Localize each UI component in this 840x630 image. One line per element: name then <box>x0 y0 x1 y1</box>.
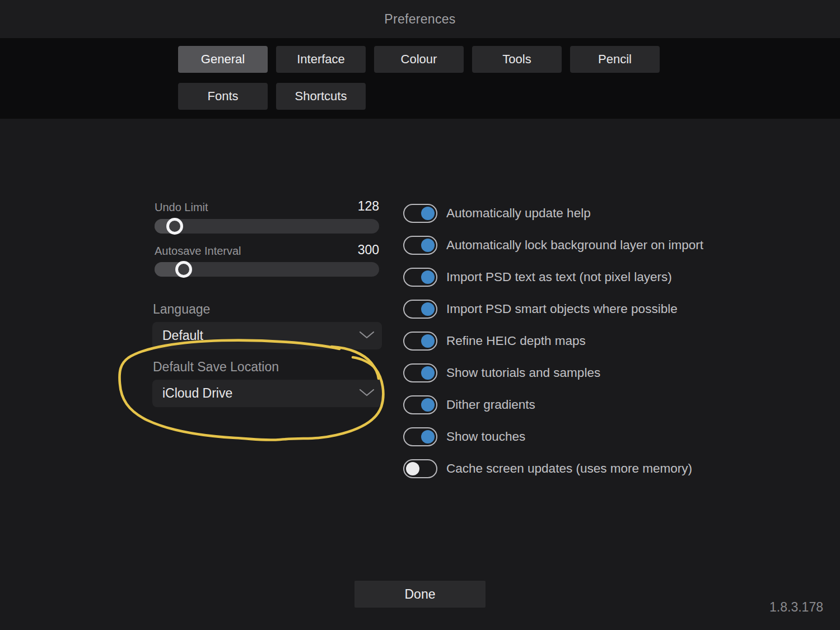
chevron-down-icon <box>358 387 375 400</box>
toggle-knob <box>406 462 419 475</box>
tab-interface[interactable]: Interface <box>276 46 366 73</box>
tab-bar: General Interface Colour Tools Pencil Fo… <box>0 38 840 119</box>
toggle-psd-text[interactable] <box>403 268 437 287</box>
toggle-knob <box>421 239 435 252</box>
language-label: Language <box>153 302 210 317</box>
undo-limit-value: 128 <box>155 199 379 214</box>
slider-knob[interactable] <box>166 218 183 235</box>
toggle-row-psd-text: Import PSD text as text (not pixel layer… <box>403 261 703 293</box>
toggle-tutorials[interactable] <box>403 363 437 382</box>
toggle-row-psd-smart-objects: Import PSD smart objects where possible <box>403 293 703 325</box>
toggle-row-lock-background: Automatically lock background layer on i… <box>403 229 703 261</box>
toggle-label: Cache screen updates (uses more memory) <box>446 461 692 476</box>
default-save-location-label: Default Save Location <box>153 360 279 375</box>
tab-colour[interactable]: Colour <box>374 46 464 73</box>
version-text: 1.8.3.178 <box>769 600 823 615</box>
tab-group: General Interface Colour Tools Pencil Fo… <box>178 46 661 110</box>
toggle-show-touches[interactable] <box>403 427 437 446</box>
toggle-row-auto-update-help: Automatically update help <box>403 197 703 229</box>
done-button[interactable]: Done <box>354 581 486 608</box>
toggle-auto-update-help[interactable] <box>403 204 437 223</box>
page-title: Preferences <box>384 12 455 27</box>
default-save-location-value: iCloud Drive <box>162 386 232 401</box>
undo-limit-slider[interactable] <box>155 219 379 234</box>
tab-general[interactable]: General <box>178 46 268 73</box>
toggle-lock-background[interactable] <box>403 236 437 255</box>
toggle-knob <box>421 270 435 284</box>
title-bar: Preferences <box>0 0 840 38</box>
tab-fonts[interactable]: Fonts <box>178 83 268 110</box>
toggle-dither-gradients[interactable] <box>403 395 437 414</box>
toggle-label: Dither gradients <box>446 398 535 412</box>
toggle-label: Refine HEIC depth maps <box>446 334 586 348</box>
toggle-row-heic-depth: Refine HEIC depth maps <box>403 325 703 357</box>
toggle-label: Automatically update help <box>446 206 591 221</box>
autosave-interval-value: 300 <box>155 242 379 258</box>
tab-tools[interactable]: Tools <box>472 46 562 73</box>
slider-knob[interactable] <box>175 261 192 278</box>
toggle-row-tutorials: Show tutorials and samples <box>403 357 703 389</box>
tab-pencil[interactable]: Pencil <box>570 46 660 73</box>
toggle-row-dither-gradients: Dither gradients <box>403 389 703 421</box>
toggle-knob <box>421 430 435 444</box>
autosave-interval-slider[interactable] <box>155 262 379 277</box>
toggle-knob <box>421 366 435 380</box>
toggle-knob <box>421 398 435 412</box>
toggle-label: Automatically lock background layer on i… <box>446 238 703 253</box>
toggle-label: Import PSD text as text (not pixel layer… <box>446 270 672 284</box>
toggle-label: Show tutorials and samples <box>446 366 600 380</box>
toggle-cache-screen[interactable] <box>403 459 437 478</box>
toggle-heic-depth[interactable] <box>403 332 437 351</box>
language-value: Default <box>162 328 203 343</box>
toggle-list: Automatically update help Automatically … <box>403 197 703 484</box>
toggle-label: Show touches <box>446 430 525 444</box>
toggle-knob <box>421 207 435 220</box>
toggle-knob <box>421 302 435 316</box>
tab-shortcuts[interactable]: Shortcuts <box>276 83 366 110</box>
toggle-row-show-touches: Show touches <box>403 421 703 452</box>
default-save-location-dropdown[interactable]: iCloud Drive <box>152 380 382 407</box>
language-dropdown[interactable]: Default <box>152 322 382 349</box>
chevron-down-icon <box>358 329 375 343</box>
toggle-psd-smart-objects[interactable] <box>403 300 437 319</box>
toggle-label: Import PSD smart objects where possible <box>446 302 678 316</box>
toggle-row-cache-screen: Cache screen updates (uses more memory) <box>403 452 703 484</box>
toggle-knob <box>421 334 435 348</box>
